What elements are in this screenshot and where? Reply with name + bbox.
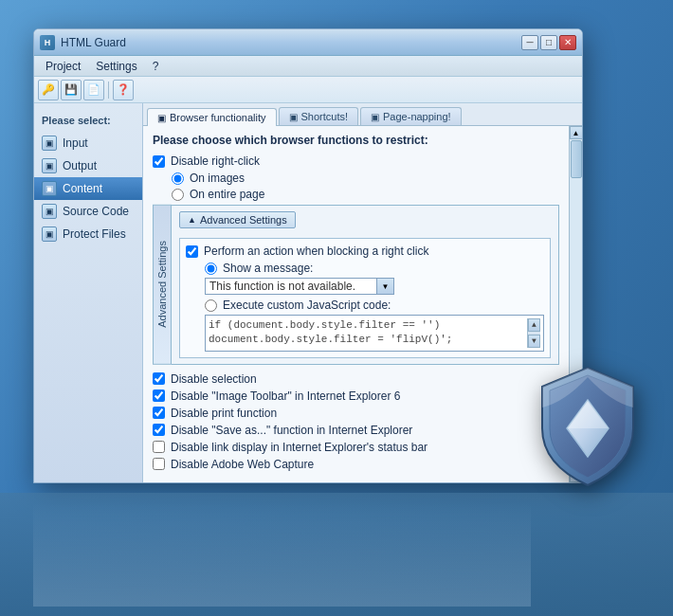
- tab-browser-functionality[interactable]: ▣ Browser functionality: [147, 108, 277, 126]
- toolbar-help-button[interactable]: ❓: [113, 80, 134, 100]
- tab-shortcuts[interactable]: ▣ Shortcuts!: [279, 107, 359, 125]
- tab-pagenapping-label: Page-napping!: [383, 111, 451, 122]
- on-images-radio[interactable]: [172, 172, 184, 185]
- option-label-5: Disable Adobe Web Capture: [171, 458, 314, 471]
- advanced-settings-btn-label: Advanced Settings: [200, 214, 287, 226]
- tab-pagenapping-icon: ▣: [371, 112, 379, 122]
- js-code-line2: document.body.style.filter = 'flipV()';: [209, 333, 527, 347]
- option-row-2: Disable print function: [153, 407, 559, 420]
- sidebar-item-protect-files[interactable]: ▣ Protect Files: [34, 223, 142, 245]
- disable-rightclick-label: Disable right-click: [171, 154, 260, 168]
- option-label-1: Disable "Image Toolbar" in Internet Expl…: [171, 390, 400, 403]
- advanced-arrow-icon: ▲: [188, 215, 196, 225]
- toolbar-save-button[interactable]: 💾: [61, 80, 82, 100]
- menu-bar: Project Settings ?: [34, 56, 582, 77]
- sidebar-item-output-label: Output: [63, 159, 97, 172]
- on-entire-page-row: On entire page: [153, 188, 559, 201]
- option-row-0: Disable selection: [153, 372, 559, 386]
- protect-files-icon: ▣: [42, 226, 57, 242]
- toolbar-separator: [108, 82, 109, 99]
- option-checkbox-3[interactable]: [153, 424, 165, 436]
- option-checkbox-5[interactable]: [153, 458, 165, 470]
- tab-shortcuts-icon: ▣: [289, 112, 298, 122]
- execute-js-label: Execute custom JavaScript code:: [223, 299, 391, 312]
- js-scroll-up-button[interactable]: ▲: [528, 318, 540, 332]
- scroll-up-button[interactable]: ▲: [570, 126, 583, 139]
- tab-shortcuts-label: Shortcuts!: [301, 111, 349, 122]
- shield-container: [531, 360, 645, 493]
- right-panel: ▣ Browser functionality ▣ Shortcuts! ▣ P…: [143, 103, 582, 482]
- perform-action-checkbox[interactable]: [186, 245, 198, 258]
- perform-action-label: Perform an action when blocking a right …: [204, 245, 428, 258]
- sidebar-item-content-label: Content: [63, 182, 102, 195]
- menu-project[interactable]: Project: [38, 58, 88, 75]
- sidebar-item-content[interactable]: ▣ Content: [34, 177, 142, 200]
- tab-page-napping[interactable]: ▣ Page-napping!: [360, 107, 462, 125]
- maximize-button[interactable]: □: [540, 35, 557, 50]
- close-button[interactable]: ✕: [559, 35, 576, 50]
- message-input-field[interactable]: [206, 279, 376, 294]
- option-checkbox-0[interactable]: [153, 372, 165, 385]
- disable-rightclick-row: Disable right-click: [153, 154, 559, 168]
- minimize-button[interactable]: ─: [521, 35, 538, 50]
- show-message-label: Show a message:: [223, 262, 313, 275]
- option-checkbox-2[interactable]: [153, 407, 165, 419]
- advanced-label-rotated: Advanced Settings: [153, 205, 172, 365]
- option-checkbox-4[interactable]: [153, 441, 165, 453]
- window-controls: ─ □ ✕: [521, 35, 576, 50]
- tab-browser-label: Browser functionality: [170, 112, 266, 123]
- sidebar-item-input[interactable]: ▣ Input: [34, 132, 142, 154]
- option-row-3: Disable "Save as..." function in Interne…: [153, 424, 559, 437]
- perform-action-row: Perform an action when blocking a right …: [186, 245, 544, 258]
- advanced-settings-area: Advanced Settings ▲ Advanced Settings Pe: [153, 205, 559, 365]
- toolbar-new-button[interactable]: 📄: [83, 80, 104, 100]
- option-row-5: Disable Adobe Web Capture: [153, 458, 559, 471]
- option-label-2: Disable print function: [171, 407, 277, 420]
- option-label-4: Disable link display in Internet Explore…: [171, 441, 427, 454]
- menu-settings[interactable]: Settings: [88, 58, 144, 75]
- js-code-line1: if (document.body.style.filter == ''): [209, 318, 527, 333]
- on-images-row: On images: [153, 172, 559, 185]
- js-code-text: if (document.body.style.filter == '') do…: [209, 318, 527, 348]
- show-message-radio[interactable]: [205, 263, 217, 275]
- toolbar-key-button[interactable]: 🔑: [38, 80, 59, 100]
- advanced-settings-button[interactable]: ▲ Advanced Settings: [179, 211, 296, 228]
- bottom-options: Disable selectionDisable "Image Toolbar"…: [153, 372, 559, 471]
- status-bar: Licensed Full Version: [34, 482, 582, 483]
- main-window: H HTML Guard ─ □ ✕ Project Settings ? 🔑 …: [33, 28, 583, 483]
- message-dropdown-button[interactable]: ▼: [376, 279, 393, 294]
- content-area: Please select: ▣ Input ▣ Output ▣ Conten…: [34, 103, 582, 482]
- disable-rightclick-checkbox[interactable]: [153, 155, 165, 168]
- sidebar-item-output[interactable]: ▣ Output: [34, 154, 142, 177]
- execute-js-row: Execute custom JavaScript code:: [186, 299, 544, 312]
- window-title: HTML Guard: [61, 36, 521, 49]
- js-scroll-down-button[interactable]: ▼: [528, 335, 540, 348]
- input-icon: ▣: [42, 136, 57, 151]
- right-content: Please choose which browser functions to…: [143, 126, 582, 482]
- sidebar-item-source-code-label: Source Code: [63, 205, 129, 218]
- on-entire-page-label: On entire page: [190, 188, 264, 201]
- option-row-4: Disable link display in Internet Explore…: [153, 441, 559, 454]
- tabs: ▣ Browser functionality ▣ Shortcuts! ▣ P…: [143, 103, 582, 126]
- execute-js-radio[interactable]: [205, 299, 217, 312]
- title-bar: H HTML Guard ─ □ ✕: [34, 29, 582, 56]
- sidebar-label: Please select:: [34, 111, 142, 132]
- output-icon: ▣: [42, 158, 57, 173]
- panel-title: Please choose which browser functions to…: [153, 134, 559, 147]
- menu-help[interactable]: ?: [145, 58, 167, 75]
- tab-browser-icon: ▣: [157, 113, 166, 123]
- show-message-row: Show a message:: [186, 262, 544, 275]
- sidebar-item-protect-files-label: Protect Files: [63, 227, 126, 241]
- option-label-0: Disable selection: [171, 372, 257, 386]
- message-input-row: ▼: [186, 278, 544, 295]
- on-entire-page-radio[interactable]: [172, 189, 184, 201]
- source-code-icon: ▣: [42, 204, 57, 219]
- option-row-1: Disable "Image Toolbar" in Internet Expl…: [153, 390, 559, 403]
- reflection: [0, 493, 673, 616]
- sidebar-item-source-code[interactable]: ▣ Source Code: [34, 200, 142, 223]
- option-label-3: Disable "Save as..." function in Interne…: [171, 424, 412, 437]
- advanced-inner: ▲ Advanced Settings Perform an action wh…: [172, 205, 559, 365]
- js-scrollbar: ▲ ▼: [527, 318, 540, 348]
- option-checkbox-1[interactable]: [153, 390, 165, 402]
- scroll-thumb[interactable]: [571, 140, 582, 178]
